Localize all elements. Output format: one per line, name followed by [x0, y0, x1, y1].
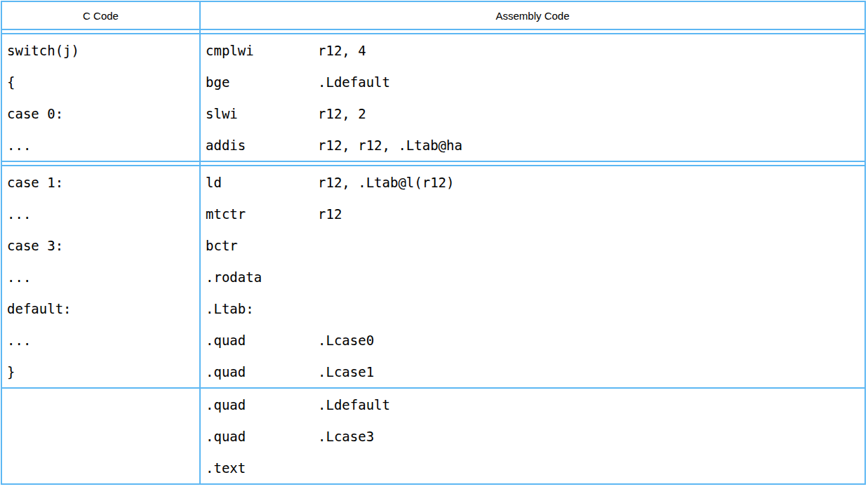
c-code-line: default: [2, 293, 199, 324]
assembly-mnemonic: .quad [206, 429, 318, 444]
c-vs-assembly-table: C Code Assembly Code switch(j) { case 0:… [1, 1, 866, 485]
assembly-line: .quad .Lcase1 [201, 356, 864, 387]
assembly-line: addis r12, r12, .Ltab@ha [201, 129, 864, 161]
assembly-mnemonic: .quad [206, 397, 318, 413]
c-code-line: case 3: [2, 229, 199, 261]
assembly-mnemonic: addis [206, 138, 318, 153]
assembly-operands: r12, r12, .Ltab@ha [318, 138, 462, 153]
assembly-mnemonic: .quad [206, 333, 318, 348]
c-code-line: ... [2, 261, 199, 293]
assembly-line: bctr [201, 229, 864, 261]
assembly-operands: .Ldefault [318, 74, 390, 90]
table-section-1: switch(j) { case 0: ... cmplwi r12, 4 bg… [2, 34, 864, 161]
assembly-line: bge .Ldefault [201, 66, 864, 98]
table-section-2: case 1: ... case 3: ... default: ... } l… [2, 166, 864, 387]
c-code-line: case 1: [2, 166, 199, 198]
assembly-line: .Ltab: [201, 293, 864, 324]
header-double-rule [2, 29, 864, 34]
c-code-line: ... [2, 324, 199, 356]
c-code-cell-empty [2, 389, 199, 483]
assembly-line: ld r12, .Ltab@l(r12) [201, 166, 864, 198]
assembly-mnemonic: slwi [206, 106, 318, 121]
section-double-rule [2, 161, 864, 166]
assembly-mnemonic: .text [206, 460, 318, 476]
c-code-line: ... [2, 198, 199, 229]
assembly-mnemonic: .rodata [206, 269, 318, 285]
header-c-code: C Code [2, 2, 199, 29]
assembly-line: .quad .Lcase0 [201, 324, 864, 356]
assembly-operands: r12, 4 [318, 43, 366, 58]
assembly-operands: .Lcase1 [318, 364, 374, 380]
assembly-mnemonic: .Ltab: [206, 301, 318, 316]
assembly-operands: r12, .Ltab@l(r12) [318, 175, 454, 190]
assembly-mnemonic: .quad [206, 364, 318, 380]
column-divider-segment [199, 30, 201, 33]
c-code-line: case 0: [2, 98, 199, 129]
assembly-cell: .quad .Ldefault .quad .Lcase3 .text [201, 389, 864, 483]
table-header-row: C Code Assembly Code [2, 2, 864, 29]
header-assembly-code: Assembly Code [201, 2, 864, 29]
assembly-mnemonic: cmplwi [206, 43, 318, 58]
assembly-cell: cmplwi r12, 4 bge .Ldefault slwi r12, 2 … [201, 34, 864, 161]
assembly-operands: r12 [318, 206, 342, 222]
assembly-mnemonic: bge [206, 74, 318, 90]
assembly-line: .rodata [201, 261, 864, 293]
assembly-operands: .Ldefault [318, 397, 390, 413]
assembly-operands: r12, 2 [318, 106, 366, 121]
table-section-3: .quad .Ldefault .quad .Lcase3 .text [2, 389, 864, 483]
assembly-mnemonic: ld [206, 175, 318, 190]
assembly-cell: ld r12, .Ltab@l(r12) mtctr r12 bctr .rod… [201, 166, 864, 387]
c-code-cell: case 1: ... case 3: ... default: ... } [2, 166, 199, 387]
assembly-line: .quad .Ldefault [201, 389, 864, 420]
assembly-line: .quad .Lcase3 [201, 420, 864, 452]
c-code-line: ... [2, 129, 199, 161]
assembly-mnemonic: mtctr [206, 206, 318, 222]
assembly-operands: .Lcase0 [318, 333, 374, 348]
c-code-cell: switch(j) { case 0: ... [2, 34, 199, 161]
assembly-line: mtctr r12 [201, 198, 864, 229]
column-divider-segment [199, 162, 201, 165]
c-code-line: { [2, 66, 199, 98]
c-code-line: } [2, 356, 199, 387]
assembly-line: .text [201, 452, 864, 483]
assembly-line: cmplwi r12, 4 [201, 34, 864, 66]
assembly-mnemonic: bctr [206, 238, 318, 253]
assembly-line: slwi r12, 2 [201, 98, 864, 129]
c-code-line: switch(j) [2, 34, 199, 66]
assembly-operands: .Lcase3 [318, 429, 374, 444]
